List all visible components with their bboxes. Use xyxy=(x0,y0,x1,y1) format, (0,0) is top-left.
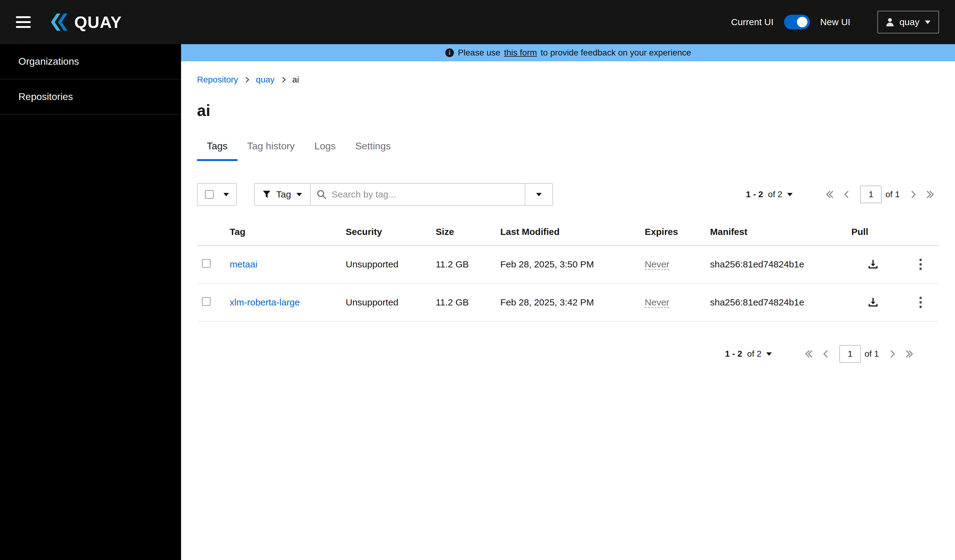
column-header-security: Security xyxy=(338,219,428,245)
current-ui-label: Current UI xyxy=(731,17,773,27)
tags-table: Tag Security Size Last Modified Expires … xyxy=(197,219,939,322)
tag-link[interactable]: xlm-roberta-large xyxy=(230,297,300,307)
new-ui-label: New UI xyxy=(820,17,850,27)
pagination-range: 1 - 2 xyxy=(746,190,763,199)
per-page-dropdown[interactable]: 1 - 2 of 2 xyxy=(725,349,772,359)
download-button[interactable] xyxy=(866,295,881,310)
sidebar-item-organizations[interactable]: Organizations xyxy=(0,44,181,80)
download-icon xyxy=(868,259,878,270)
row-checkbox[interactable] xyxy=(202,297,211,306)
select-all-checkbox[interactable] xyxy=(205,190,214,199)
column-header-pull: Pull xyxy=(844,219,902,245)
download-icon xyxy=(868,297,878,307)
row-checkbox[interactable] xyxy=(202,259,211,268)
column-header-tag: Tag xyxy=(222,219,338,245)
search-input[interactable] xyxy=(332,189,519,200)
prev-page-button[interactable] xyxy=(839,186,854,203)
toolbar: Tag xyxy=(197,183,939,206)
kebab-icon xyxy=(919,259,922,270)
filter-dropdown[interactable]: Tag xyxy=(254,183,310,206)
per-page-dropdown[interactable]: 1 - 2 of 2 xyxy=(746,190,793,199)
user-menu-label: quay xyxy=(899,17,919,27)
chevron-down-icon xyxy=(224,193,229,196)
feedback-form-link[interactable]: this form xyxy=(504,48,537,58)
layout: Organizations Repositories Please use th… xyxy=(0,44,955,560)
angle-right-icon xyxy=(890,349,896,358)
page-count-label: of 1 xyxy=(864,349,879,359)
bulk-select-dropdown[interactable] xyxy=(197,183,237,206)
kebab-menu-button[interactable] xyxy=(917,294,925,310)
breadcrumb-separator-icon xyxy=(245,76,249,83)
quay-logo-icon xyxy=(49,14,69,31)
main-content: Please use this form to provide feedback… xyxy=(181,44,955,560)
search-box xyxy=(310,183,525,206)
chevron-down-icon xyxy=(925,20,930,24)
chevron-down-icon xyxy=(787,193,793,196)
breadcrumb-repository[interactable]: Repository xyxy=(197,75,238,85)
angle-double-right-icon xyxy=(905,349,913,358)
tab-tags[interactable]: Tags xyxy=(197,134,238,161)
user-icon xyxy=(886,18,894,27)
first-page-button[interactable] xyxy=(821,186,839,203)
last-modified-cell: Feb 28, 2025, 3:42 PM xyxy=(493,283,637,321)
page-number-input[interactable] xyxy=(839,345,861,363)
manifest-digest: sha256:81ed74824b1e xyxy=(703,245,844,283)
search-options-button[interactable] xyxy=(525,183,553,206)
size-cell: 11.2 GB xyxy=(428,245,493,283)
manifest-digest: sha256:81ed74824b1e xyxy=(703,283,844,321)
quay-logo[interactable]: QUAY xyxy=(49,12,122,31)
tab-tag-history[interactable]: Tag history xyxy=(238,134,305,161)
filter-icon xyxy=(263,190,271,198)
info-icon xyxy=(445,48,454,57)
pagination-range: 1 - 2 xyxy=(725,349,742,359)
expires-value[interactable]: Never xyxy=(645,297,669,308)
feedback-banner: Please use this form to provide feedback… xyxy=(181,44,955,61)
prev-page-button[interactable] xyxy=(818,346,833,362)
filter-label: Tag xyxy=(276,189,291,200)
breadcrumb-quay[interactable]: quay xyxy=(256,75,275,85)
page-count-label: of 1 xyxy=(885,190,900,199)
user-menu-button[interactable]: quay xyxy=(877,11,939,33)
angle-double-left-icon xyxy=(805,349,813,358)
last-page-button[interactable] xyxy=(900,346,918,362)
nav-toggle-button[interactable] xyxy=(16,16,31,28)
pagination-bottom: 1 - 2 of 2 of 1 xyxy=(197,345,939,363)
masthead: QUAY Current UI New UI quay xyxy=(0,0,955,44)
toggle-knob xyxy=(797,17,808,27)
page-number-input[interactable] xyxy=(860,186,881,203)
download-button[interactable] xyxy=(866,257,881,272)
chevron-down-icon xyxy=(766,353,772,356)
table-header-row: Tag Security Size Last Modified Expires … xyxy=(197,219,939,245)
banner-text-after: to provide feedback on your experience xyxy=(541,48,691,58)
tag-link[interactable]: metaai xyxy=(230,259,257,269)
column-header-manifest: Manifest xyxy=(703,219,844,245)
next-page-button[interactable] xyxy=(906,186,921,203)
content-area: Repository quay ai ai Tags Tag history L… xyxy=(181,61,955,363)
size-cell: 11.2 GB xyxy=(428,283,493,321)
filter-group: Tag xyxy=(254,183,553,206)
angle-double-right-icon xyxy=(926,190,934,199)
tab-settings[interactable]: Settings xyxy=(346,134,401,161)
last-page-button[interactable] xyxy=(921,186,939,203)
page-title: ai xyxy=(197,101,939,120)
security-status: Unsupported xyxy=(338,245,428,283)
quay-app: QUAY Current UI New UI quay Organization… xyxy=(0,0,955,560)
breadcrumb: Repository quay ai xyxy=(197,75,939,85)
angle-right-icon xyxy=(911,190,916,199)
breadcrumb-current: ai xyxy=(293,75,299,85)
ui-toggle-switch[interactable] xyxy=(784,15,810,30)
kebab-menu-button[interactable] xyxy=(917,256,925,273)
first-page-button[interactable] xyxy=(800,346,818,362)
expires-value[interactable]: Never xyxy=(645,259,669,270)
column-header-expires: Expires xyxy=(637,219,703,245)
tab-logs[interactable]: Logs xyxy=(304,134,345,161)
chevron-down-icon xyxy=(536,193,542,196)
column-header-last-modified: Last Modified xyxy=(493,219,637,245)
sidebar-item-repositories[interactable]: Repositories xyxy=(0,80,181,115)
last-modified-cell: Feb 28, 2025, 3:50 PM xyxy=(493,245,637,283)
security-status: Unsupported xyxy=(338,283,428,321)
column-header-size: Size xyxy=(428,219,493,245)
page-nav: of 1 xyxy=(821,186,939,203)
brand-text: QUAY xyxy=(74,12,122,31)
next-page-button[interactable] xyxy=(885,346,900,362)
